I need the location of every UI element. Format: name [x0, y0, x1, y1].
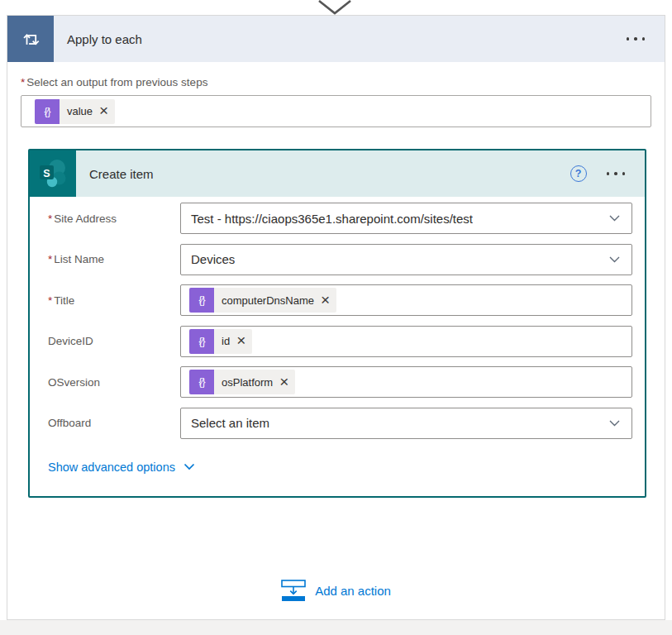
- svg-text:S: S: [43, 168, 50, 179]
- field-row-title: *Title {∕} computerDnsName ×: [30, 284, 645, 316]
- help-icon[interactable]: ?: [570, 165, 587, 182]
- add-an-action-button[interactable]: Add an action: [7, 580, 665, 602]
- advanced-options-label: Show advanced options: [48, 461, 175, 474]
- dynamic-token-osplatform[interactable]: {∕} osPlatform ×: [189, 370, 295, 394]
- offboard-label: Offboard: [30, 417, 180, 429]
- dynamic-content-icon: {∕}: [189, 370, 214, 394]
- list-name-label: *List Name: [30, 253, 180, 265]
- output-selector-input[interactable]: {∕} value ×: [21, 95, 651, 127]
- required-asterisk: *: [48, 294, 52, 307]
- dynamic-content-icon: {∕}: [189, 288, 214, 313]
- add-action-icon: [281, 580, 306, 602]
- token-label: osPlatform: [214, 376, 278, 389]
- create-item-header[interactable]: S Create item ?: [30, 150, 645, 197]
- field-row-osversion: OSversion {∕} osPlatform ×: [30, 366, 645, 398]
- deviceid-label-text: DeviceID: [48, 335, 93, 347]
- chevron-down-icon: [609, 420, 620, 427]
- flow-designer-canvas: Apply to each *Select an output from pre…: [0, 0, 672, 635]
- dynamic-token-computerdnsname[interactable]: {∕} computerDnsName ×: [189, 288, 336, 313]
- offboard-value: Select an item: [181, 416, 269, 430]
- output-selector-label: *Select an output from previous steps: [21, 76, 207, 88]
- title-label: *Title: [30, 294, 180, 307]
- apply-to-each-card: Apply to each *Select an output from pre…: [7, 15, 665, 620]
- remove-token-icon[interactable]: ×: [278, 374, 295, 391]
- chevron-down-icon: [609, 215, 620, 222]
- dynamic-content-icon: {∕}: [35, 99, 60, 124]
- list-name-label-text: List Name: [54, 253, 104, 265]
- apply-to-each-title: Apply to each: [67, 32, 142, 46]
- create-item-more-menu-icon[interactable]: [607, 167, 626, 180]
- site-address-value: Test - https://ciaops365e1.sharepoint.co…: [181, 212, 473, 226]
- remove-token-icon[interactable]: ×: [319, 292, 336, 309]
- connector-arrow-icon: [317, 0, 353, 15]
- list-name-value: Devices: [181, 252, 235, 266]
- apply-to-each-header[interactable]: Apply to each: [7, 16, 665, 62]
- chevron-down-icon: [183, 463, 195, 470]
- required-asterisk: *: [48, 212, 52, 225]
- site-address-label: *Site Address: [30, 212, 180, 225]
- token-label: value: [60, 105, 98, 117]
- remove-token-icon[interactable]: ×: [235, 332, 252, 350]
- remove-token-icon[interactable]: ×: [98, 103, 115, 120]
- deviceid-label: DeviceID: [30, 335, 180, 347]
- page-background-strip: [0, 620, 672, 635]
- chevron-down-icon: [609, 256, 620, 263]
- osversion-label-text: OSversion: [48, 376, 100, 389]
- site-address-select[interactable]: Test - https://ciaops365e1.sharepoint.co…: [180, 203, 632, 234]
- show-advanced-options-link[interactable]: Show advanced options: [48, 461, 195, 474]
- add-action-label: Add an action: [315, 584, 391, 598]
- osversion-label: OSversion: [30, 376, 180, 389]
- create-item-form: *Site Address Test - https://ciaops365e1…: [30, 197, 645, 439]
- required-asterisk: *: [21, 76, 25, 88]
- required-asterisk: *: [48, 253, 52, 265]
- token-label: computerDnsName: [214, 294, 319, 307]
- field-row-list-name: *List Name Devices: [30, 244, 645, 275]
- deviceid-token-input[interactable]: {∕} id ×: [180, 326, 632, 357]
- offboard-label-text: Offboard: [48, 417, 91, 429]
- field-row-offboard: Offboard Select an item: [30, 408, 645, 439]
- field-row-site-address: *Site Address Test - https://ciaops365e1…: [30, 203, 645, 234]
- field-row-deviceid: DeviceID {∕} id ×: [30, 326, 645, 357]
- create-item-card: S Create item ? *Site Address Test - htt…: [28, 149, 646, 498]
- title-label-text: Title: [54, 294, 74, 307]
- site-address-label-text: Site Address: [54, 212, 117, 225]
- dynamic-token-value[interactable]: {∕} value ×: [35, 99, 115, 124]
- offboard-select[interactable]: Select an item: [180, 408, 632, 439]
- token-label: id: [214, 335, 235, 347]
- create-item-title: Create item: [89, 167, 154, 181]
- dynamic-content-icon: {∕}: [189, 329, 214, 354]
- osversion-token-input[interactable]: {∕} osPlatform ×: [180, 366, 632, 398]
- title-token-input[interactable]: {∕} computerDnsName ×: [180, 284, 632, 316]
- apply-to-each-more-menu-icon[interactable]: [627, 32, 646, 45]
- output-selector-label-text: Select an output from previous steps: [26, 76, 207, 88]
- apply-to-each-loop-icon: [7, 16, 54, 62]
- dynamic-token-id[interactable]: {∕} id ×: [189, 329, 252, 354]
- list-name-select[interactable]: Devices: [180, 244, 632, 275]
- sharepoint-icon: S: [30, 150, 76, 197]
